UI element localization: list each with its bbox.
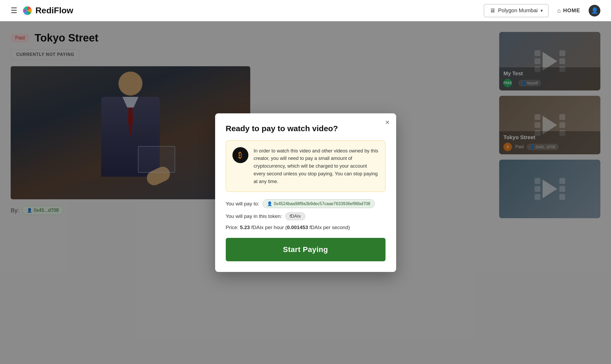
rediflow-logo-icon [22, 5, 33, 16]
info-box: ₿ In order to watch this video and other… [226, 140, 386, 192]
home-label: HOME [563, 7, 580, 14]
info-text: In order to watch this video and other v… [254, 147, 379, 185]
pay-to-person-icon: 👤 [267, 201, 272, 206]
token-label: You will pay in this token: [226, 213, 282, 219]
logo: RediFlow [22, 5, 73, 16]
price-amount-display: 5.23 [240, 225, 251, 230]
home-icon: ⌂ [557, 7, 561, 14]
price-per-second-display: 0.001453 [287, 225, 310, 230]
user-avatar[interactable]: 👤 [589, 5, 600, 16]
app-header: ☰ RediFlow 🖥 Polygon Mumbai ▾ ⌂ HOME [0, 0, 611, 21]
main-content: Paid Tokyo Street CURRENTLY NOT PAYING [0, 21, 611, 364]
modal-overlay: × Ready to pay to watch video? ₿ In orde… [0, 21, 611, 364]
pay-to-label: You will pay to: [226, 201, 259, 207]
token-pill: fDAIx [285, 212, 305, 220]
pay-to-address: 0x4524baa98f9a3b9dec57caae7633936ef96bd7… [274, 201, 370, 206]
price-row: Price: 5.23 fDAIx per hour (0.001453 fDA… [226, 225, 386, 230]
price-per-second-token-display: fDAIx per second) [309, 225, 350, 230]
bitcoin-icon: ₿ [232, 147, 248, 163]
modal-close-button[interactable]: × [385, 119, 389, 126]
modal-title: Ready to pay to watch video? [226, 124, 386, 133]
hamburger-icon[interactable]: ☰ [11, 6, 17, 15]
pay-to-address-pill: 👤 0x4524baa98f9a3b9dec57caae7633936ef96b… [263, 199, 375, 208]
network-name: Polygon Mumbai [498, 7, 538, 14]
chevron-down-icon: ▾ [540, 8, 543, 14]
home-link[interactable]: ⌂ HOME [557, 7, 580, 14]
header-right: 🖥 Polygon Mumbai ▾ ⌂ HOME 👤 [484, 4, 600, 17]
pay-to-row: You will pay to: 👤 0x4524baa98f9a3b9dec5… [226, 199, 386, 208]
avatar-icon: 👤 [591, 7, 598, 14]
price-token-display: fDAIx per hour ( [251, 225, 287, 230]
pay-modal: × Ready to pay to watch video? ₿ In orde… [215, 113, 396, 272]
start-paying-button[interactable]: Start Paying [226, 238, 386, 261]
monitor-icon: 🖥 [490, 7, 495, 14]
token-row: You will pay in this token: fDAIx [226, 212, 386, 220]
header-left: ☰ RediFlow [11, 5, 73, 16]
price-label: Price: [226, 225, 240, 230]
logo-text: RediFlow [35, 6, 73, 15]
network-selector[interactable]: 🖥 Polygon Mumbai ▾ [484, 4, 549, 17]
